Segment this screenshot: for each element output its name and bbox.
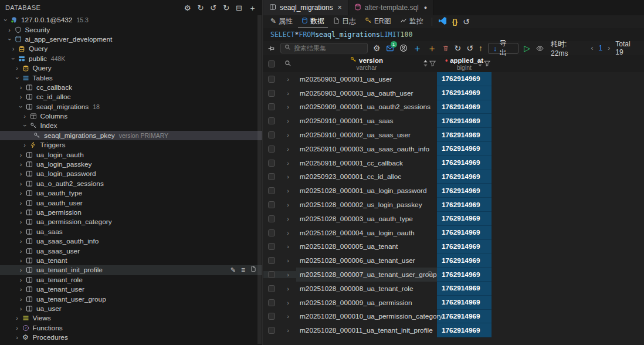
chevron-icon[interactable]: › [17,256,25,265]
row-expand-icon[interactable]: › [287,215,289,222]
braces-icon[interactable]: {} [452,18,457,26]
chevron-icon[interactable]: › [17,295,25,304]
version-cell[interactable]: m20250909_000001_ua_oauth2_sessions [296,100,437,114]
file-icon[interactable] [250,265,256,275]
row-checkbox[interactable] [268,160,275,167]
row-checkbox[interactable] [268,131,275,138]
version-cell[interactable]: m20250923_000001_cc_id_alloc [296,170,437,184]
tree-item[interactable]: ›seaql_migrations18 [0,102,262,111]
tree-item[interactable]: ›fFunctions [0,323,262,333]
row-expand-icon[interactable]: › [287,76,289,83]
version-cell[interactable]: m20251028_000006_ua_tenant_user [296,253,437,268]
tab-er-diagram[interactable]: ER图 [361,16,395,28]
row-expand-icon[interactable]: › [287,131,289,138]
chevron-icon[interactable]: › [13,63,21,73]
version-cell[interactable]: m20250910_000002_ua_saas_user [296,128,437,142]
tab-logs[interactable]: 日志 [330,16,360,28]
row-expand-icon[interactable]: › [287,271,289,278]
applied-at-cell[interactable]: 1762914969 [437,198,492,212]
chevron-icon[interactable]: › [17,179,25,188]
row-expand-icon[interactable]: › [287,257,289,264]
version-cell[interactable]: m20251028_000005_ua_tenant [296,240,437,254]
tree-item[interactable]: ›ua_tenant_user [0,285,262,294]
row-expand-icon[interactable]: › [287,285,289,292]
applied-at-cell[interactable]: 1762914969 [437,142,492,156]
table-row[interactable]: ›m20251028_000010_ua_permission_category… [263,310,644,324]
version-cell[interactable]: m20251028_000008_ua_tenant_role [296,282,437,296]
chevron-icon[interactable]: › [6,25,13,35]
search-input[interactable] [294,45,364,52]
tree-item[interactable]: ›127.0.0.1@543215.3 [0,15,262,25]
console-icon[interactable]: ⊟ [236,4,242,12]
version-cell[interactable]: m20250918_000001_cc_callback [296,156,437,170]
chevron-icon[interactable]: › [17,208,25,217]
tab-data[interactable]: 数据 [298,16,328,28]
chevron-icon[interactable]: › [5,35,14,43]
version-cell[interactable]: m20251028_000010_ua_permission_category [296,310,437,324]
chevron-icon[interactable]: › [17,150,25,160]
tab-seaql-migrations[interactable]: seaql_migrations × [263,0,348,15]
table-row[interactable]: ›m20250910_000001_ua_saas1762914969 [263,114,644,128]
version-cell[interactable]: m20251028_000004_ua_login_oauth [296,226,437,240]
row-checkbox[interactable] [268,271,275,278]
row-expand-icon[interactable]: › [287,299,289,306]
row-checkbox[interactable] [268,327,275,334]
applied-at-cell[interactable]: 1762914969 [437,72,492,86]
chevron-icon[interactable]: › [21,111,29,121]
version-cell[interactable]: m20250903_000001_ua_user [296,72,437,86]
chevron-icon[interactable]: › [17,188,25,198]
filter-icon[interactable] [484,60,490,67]
row-expand-icon[interactable]: › [287,229,289,236]
chevron-icon[interactable]: › [17,169,25,178]
tree-item[interactable]: ›Tables [0,73,262,82]
tree-item[interactable]: ›Security [0,25,262,34]
row-checkbox[interactable] [268,285,275,292]
chevron-icon[interactable]: › [17,236,25,246]
table-row[interactable]: ›m20250910_000002_ua_saas_user1762914969 [263,128,644,142]
row-checkbox[interactable] [268,215,275,222]
row-expand-icon[interactable]: › [287,201,289,208]
delete-row-icon[interactable] [442,45,449,52]
filter-icon[interactable] [429,60,436,67]
applied-at-cell[interactable]: 1762914969 [437,240,492,254]
row-checkbox[interactable] [268,117,275,124]
tree-item[interactable]: ›ua_tenant_init_profile✎≡ [0,265,262,275]
chevron-icon[interactable]: › [9,55,18,62]
settings-icon[interactable]: ⚙ [184,4,191,12]
version-cell[interactable]: m20251028_000011_ua_tenant_init_profile [296,323,437,337]
chevron-icon[interactable]: › [17,304,25,313]
row-checkbox[interactable] [268,201,275,208]
mail-icon[interactable]: 1 [386,45,394,52]
chevron-icon[interactable]: › [13,333,21,342]
history-icon[interactable]: ↺ [210,4,216,12]
select-all-checkbox[interactable] [268,60,275,67]
chevron-icon[interactable]: › [17,198,25,208]
edit-icon[interactable]: ✎ [231,265,236,275]
tree-item[interactable]: ›ai_app_server_development [0,35,262,44]
cell-zoom-icon[interactable] [427,270,434,279]
table-row[interactable]: ›m20250910_000003_ua_saas_oauth_info1762… [263,142,644,156]
tree-item[interactable]: ›ua_permission_category [0,217,262,226]
tree-item[interactable]: ›ua_login_passkey [0,160,262,169]
table-row[interactable]: ›m20251028_000011_ua_tenant_init_profile… [263,323,644,337]
tree-item[interactable]: ›ua_tenant_user_group [0,294,262,303]
tree-item[interactable]: ›ua_o_auth2_sessions [0,179,262,188]
chevron-icon[interactable]: › [1,16,11,24]
row-expand-icon[interactable]: › [287,117,289,124]
tree-item[interactable]: ›cc_id_alloc [0,92,262,102]
applied-at-cell[interactable]: 1762914969 [437,296,492,310]
row-expand-icon[interactable]: › [287,146,289,153]
settings-icon[interactable]: ⚙ [373,45,381,52]
chevron-icon[interactable]: › [17,160,25,169]
row-checkbox[interactable] [268,187,275,194]
row-expand-icon[interactable]: › [287,313,289,320]
tree-item[interactable]: ›ua_user [0,304,262,313]
row-checkbox[interactable] [268,299,275,306]
dirty-indicator-icon[interactable]: ● [424,5,427,11]
sql-editor[interactable]: SELECT * FROM seaql_migrations LIMIT 100 [263,28,644,41]
tree-item[interactable]: ›⚙Procedures [0,333,262,342]
table-row[interactable]: ›m20250903_000003_ua_oauth_user176291496… [263,86,644,100]
tree-item[interactable]: ›ua_saas [0,227,262,236]
applied-at-cell[interactable]: 1762914969 [437,268,492,282]
row-expand-icon[interactable]: › [287,327,289,334]
